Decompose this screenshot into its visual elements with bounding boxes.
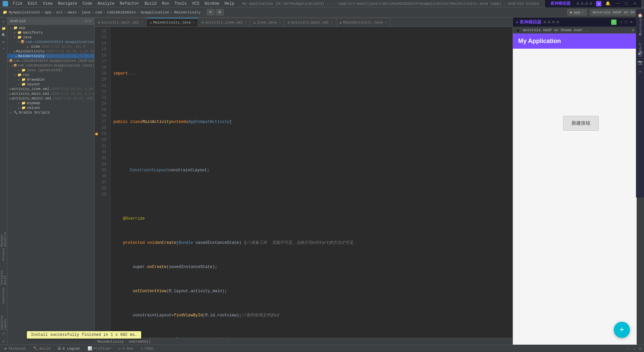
side-icon-1[interactable]: ≡ [1, 19, 7, 25]
nox-side-panel: 🏠 ◁ ⊞ ↻ 🔊 📷 ⌨ [636, 17, 637, 197]
tree-item-activity-main-xml[interactable]: ▸ ⊞ activity_main.xml 2020/7/12 23:33, 1… [7, 91, 94, 96]
tree-item-activity-item-xml[interactable]: ▸ ⊞ activity_item.xml 2020/7/12 23:15, 1… [7, 87, 94, 91]
side-icon-bottom-5[interactable]: Layout Captures [1, 306, 7, 330]
menu-tools[interactable]: Tools [173, 1, 189, 6]
tab-activity-main-xml[interactable]: ⊞ activity_main.xml ✕ [95, 18, 147, 27]
toolbar-myapp: myapplication [141, 10, 169, 14]
tree-item-mainactivity[interactable]: ▸ ☕ MainActivity 2020/7/12 23:28, 1.55 k… [7, 54, 94, 58]
menu-window[interactable]: Window [203, 1, 221, 6]
menu-build[interactable]: Build [143, 1, 159, 6]
side-icon-bottom-7[interactable]: ⊕ [1, 338, 7, 345]
logcat-action-2[interactable]: ↓ [632, 347, 637, 351]
tab-close-1[interactable]: ✕ [141, 20, 143, 24]
tab-close-6[interactable]: ✕ [385, 20, 386, 24]
tree-item-main2activity[interactable]: ▸ ☕ Main2Activity 2020/7/12 16:35, 1.17 … [7, 49, 94, 54]
logcat-action-1[interactable]: ↑ [626, 347, 631, 351]
menu-vcs[interactable]: VCS [190, 1, 202, 6]
tab-icon-java-6: ☕ [340, 20, 342, 25]
tab-terminal[interactable]: ▶ Terminal [1, 345, 29, 352]
project-gear-icon[interactable]: ⚙ [85, 19, 87, 23]
android-fab[interactable]: + [614, 322, 630, 338]
tab-icon-xml-1: ⊞ [98, 20, 100, 25]
tab-build[interactable]: 🔨 Build [30, 345, 54, 352]
tree-item-manifests[interactable]: ▸ 📁 manifests [7, 30, 94, 35]
tab-terminal-label: Terminal [8, 347, 26, 351]
tree-item-java[interactable]: ▾ 📁 java [7, 35, 94, 40]
tab-close-4[interactable]: ✕ [279, 20, 280, 24]
menu-edit[interactable]: Edit [26, 1, 40, 6]
side-icon-bottom-6[interactable]: 2 [1, 331, 7, 337]
run-config-name: app [574, 10, 581, 14]
tab-build-label: Build [39, 347, 50, 351]
android-button[interactable]: 新建按钮 [563, 116, 599, 131]
terminal-icon: ▶ [5, 346, 7, 351]
side-icon-2[interactable]: 📁 [1, 26, 7, 32]
tab-run[interactable]: ▷ 4 Run [115, 345, 137, 352]
tab-label-6: Main2Activity.java [343, 20, 383, 25]
tab-main2activity-java[interactable]: ☕ Main2Activity.java ✕ [336, 18, 390, 27]
tree-item-drawable[interactable]: ▸ 📁 drawable [7, 77, 94, 82]
tree-item-mipmap[interactable]: ▸ 📁 mipmap [7, 101, 94, 105]
tab-todo[interactable]: ☑ TODO [138, 345, 157, 352]
tree-item-item-java[interactable]: ▸ ☕ item 2020/7/12 22:54, 351 B [7, 44, 94, 49]
code-line-23: constraintLayout=findViewById(R.id.rootv… [113, 312, 510, 318]
menu-refactor[interactable]: Refactor [118, 1, 141, 6]
nox-win-max[interactable]: □ [625, 20, 628, 25]
tab-profiler[interactable]: 📊 Profiler [84, 345, 115, 352]
toolbar-sep5: ▸ [92, 10, 94, 14]
side-icon-bottom-4[interactable]: Favorites [1, 285, 7, 306]
tab-close-2[interactable]: ✕ [193, 21, 195, 25]
logcat-action-3[interactable]: ✕ [638, 346, 643, 351]
menu-navigate[interactable]: Navigate [56, 1, 79, 6]
sync-btn[interactable]: ⟳ [207, 9, 214, 15]
menu-file[interactable]: File [11, 1, 24, 6]
nox-bell-icon[interactable]: 🔔 [603, 1, 612, 6]
code-editor[interactable]: 12 13 14 15 16 17 18 19 20 21 22 23 24 2… [95, 27, 513, 338]
android-fab-icon: + [620, 325, 624, 335]
right-tab-event-log[interactable]: Event Log [638, 19, 644, 36]
nox-win-min[interactable]: ─ [620, 20, 622, 25]
breadcrumb-oncreate[interactable]: onCreate() [129, 340, 151, 344]
tab-logcat[interactable]: ☰ 6 Logcat [54, 345, 84, 352]
nox-win-close[interactable]: ✕ [630, 19, 633, 25]
tab-activity-item-xml[interactable]: ⊞ activity_item.xml ✕ [198, 18, 250, 27]
tree-item-pkg-androidtest[interactable]: ▸ 📦 com.c201801020224.myapplication (and… [7, 58, 94, 63]
run-config-selector[interactable]: ▶ app ▼ [567, 9, 587, 15]
nox-minimize-btn[interactable]: ─ [614, 1, 621, 6]
side-icon-5[interactable]: ⬇ [1, 46, 7, 52]
menu-view[interactable]: View [41, 1, 55, 6]
right-tab-gradle[interactable]: Gradle [638, 43, 644, 60]
device-selector[interactable]: motorola AOSP on Sh ▼ [590, 9, 641, 15]
tree-item-app[interactable]: ▾ 📁 app [7, 26, 94, 30]
tab-close-3[interactable]: ✕ [245, 20, 247, 24]
menu-analyze[interactable]: Analyze [96, 1, 116, 6]
side-icon-3[interactable]: 🔍 [1, 32, 7, 38]
tree-item-pkg-test[interactable]: ▸ 📦 com.c201801020224.myapplication (tes… [7, 63, 94, 68]
tab-mainactivity-java[interactable]: ☕ MainActivity.java ✕ [147, 18, 199, 27]
code-content[interactable]: import ... public class MainActivity ext… [111, 27, 513, 338]
breadcrumb-mainactivity[interactable]: MainActivity [97, 340, 124, 344]
preview-settings-icon[interactable]: ⚙ [632, 28, 634, 32]
side-icon-bottom-3[interactable]: Build Variants [1, 261, 7, 285]
tree-item-values[interactable]: ▸ 📁 values [7, 105, 94, 110]
tree-item-gradle[interactable]: ▸ 🔧 Gradle Scripts [7, 110, 94, 115]
menu-code[interactable]: Code [80, 1, 94, 6]
side-icon-bottom-1[interactable]: Resource Manager [1, 226, 7, 247]
tree-item-layout[interactable]: ▾ 📁 layout [7, 82, 94, 87]
side-icon-bottom-2[interactable]: Project [1, 247, 7, 261]
tree-item-res[interactable]: ▾ 📁 res [7, 73, 94, 77]
settings-btn[interactable]: ⚙ [216, 9, 224, 15]
tab-close-5[interactable]: ✕ [331, 20, 332, 24]
tab-item-java[interactable]: ☕ item.java ✕ [250, 18, 284, 27]
side-icon-4[interactable]: ⚙ [1, 39, 7, 45]
menu-help[interactable]: Help [222, 1, 236, 6]
project-sync-icon[interactable]: ⟳ [89, 19, 92, 23]
tab-activity-main2-xml[interactable]: ⊞ activity_main.xml ✕ [284, 18, 336, 27]
tree-item-pkg-main[interactable]: ▾ 📦 com.c201801020224.myapplication [7, 40, 94, 44]
tree-item-activity-main2-xml[interactable]: ▸ ⊞ activity_main2.xml 2020/7/12 15:57, … [7, 96, 94, 101]
menu-run[interactable]: Run [160, 1, 171, 6]
nox-close-btn[interactable]: ✕ [632, 1, 638, 6]
nox-maximize-btn[interactable]: □ [623, 1, 630, 6]
preview-device-label[interactable]: motorola AOSP on Shama Andr... [523, 28, 589, 32]
tree-item-java-gen[interactable]: ▸ 📁 java (generated) [7, 68, 94, 73]
